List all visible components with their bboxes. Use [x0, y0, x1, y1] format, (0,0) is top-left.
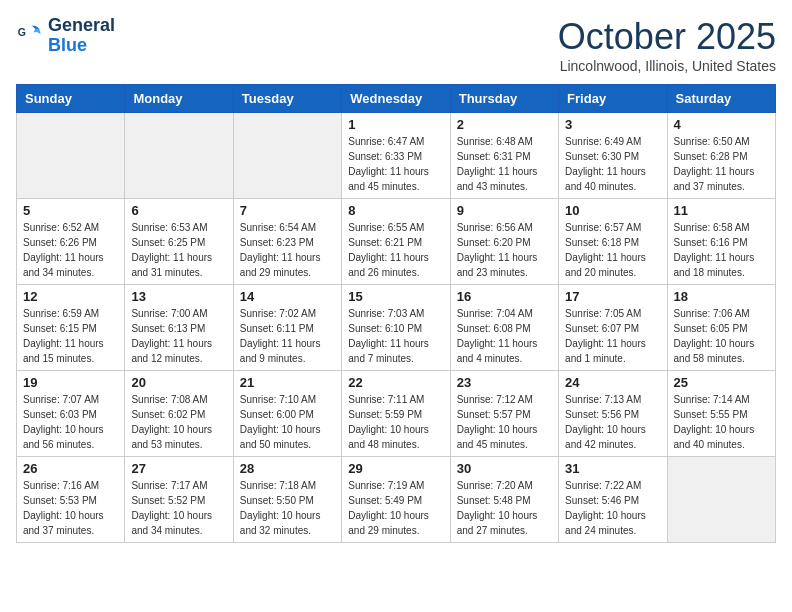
day-info: Sunrise: 6:54 AM Sunset: 6:23 PM Dayligh… [240, 220, 335, 280]
day-number: 20 [131, 375, 226, 390]
weekday-header: Friday [559, 85, 667, 113]
calendar-cell [667, 457, 775, 543]
day-info: Sunrise: 7:00 AM Sunset: 6:13 PM Dayligh… [131, 306, 226, 366]
calendar-cell [233, 113, 341, 199]
day-number: 14 [240, 289, 335, 304]
day-number: 5 [23, 203, 118, 218]
day-info: Sunrise: 6:49 AM Sunset: 6:30 PM Dayligh… [565, 134, 660, 194]
calendar-week-row: 19Sunrise: 7:07 AM Sunset: 6:03 PM Dayli… [17, 371, 776, 457]
day-info: Sunrise: 7:11 AM Sunset: 5:59 PM Dayligh… [348, 392, 443, 452]
day-number: 16 [457, 289, 552, 304]
calendar-cell: 4Sunrise: 6:50 AM Sunset: 6:28 PM Daylig… [667, 113, 775, 199]
month-title: October 2025 [558, 16, 776, 58]
day-info: Sunrise: 6:47 AM Sunset: 6:33 PM Dayligh… [348, 134, 443, 194]
calendar-cell: 15Sunrise: 7:03 AM Sunset: 6:10 PM Dayli… [342, 285, 450, 371]
day-number: 27 [131, 461, 226, 476]
day-number: 19 [23, 375, 118, 390]
day-number: 12 [23, 289, 118, 304]
page-header: G General Blue October 2025 Lincolnwood,… [16, 16, 776, 74]
day-info: Sunrise: 7:08 AM Sunset: 6:02 PM Dayligh… [131, 392, 226, 452]
calendar-week-row: 1Sunrise: 6:47 AM Sunset: 6:33 PM Daylig… [17, 113, 776, 199]
calendar-cell: 24Sunrise: 7:13 AM Sunset: 5:56 PM Dayli… [559, 371, 667, 457]
day-number: 24 [565, 375, 660, 390]
calendar-cell [17, 113, 125, 199]
calendar-cell: 30Sunrise: 7:20 AM Sunset: 5:48 PM Dayli… [450, 457, 558, 543]
day-info: Sunrise: 7:10 AM Sunset: 6:00 PM Dayligh… [240, 392, 335, 452]
day-info: Sunrise: 7:13 AM Sunset: 5:56 PM Dayligh… [565, 392, 660, 452]
day-number: 13 [131, 289, 226, 304]
calendar-cell: 8Sunrise: 6:55 AM Sunset: 6:21 PM Daylig… [342, 199, 450, 285]
calendar-cell: 26Sunrise: 7:16 AM Sunset: 5:53 PM Dayli… [17, 457, 125, 543]
day-number: 7 [240, 203, 335, 218]
calendar-cell: 9Sunrise: 6:56 AM Sunset: 6:20 PM Daylig… [450, 199, 558, 285]
day-info: Sunrise: 6:55 AM Sunset: 6:21 PM Dayligh… [348, 220, 443, 280]
day-number: 17 [565, 289, 660, 304]
weekday-header: Tuesday [233, 85, 341, 113]
calendar-table: SundayMondayTuesdayWednesdayThursdayFrid… [16, 84, 776, 543]
day-info: Sunrise: 6:57 AM Sunset: 6:18 PM Dayligh… [565, 220, 660, 280]
day-info: Sunrise: 7:07 AM Sunset: 6:03 PM Dayligh… [23, 392, 118, 452]
day-info: Sunrise: 7:04 AM Sunset: 6:08 PM Dayligh… [457, 306, 552, 366]
calendar-cell: 19Sunrise: 7:07 AM Sunset: 6:03 PM Dayli… [17, 371, 125, 457]
calendar-cell: 18Sunrise: 7:06 AM Sunset: 6:05 PM Dayli… [667, 285, 775, 371]
day-number: 15 [348, 289, 443, 304]
calendar-week-row: 5Sunrise: 6:52 AM Sunset: 6:26 PM Daylig… [17, 199, 776, 285]
calendar-cell: 10Sunrise: 6:57 AM Sunset: 6:18 PM Dayli… [559, 199, 667, 285]
title-block: October 2025 Lincolnwood, Illinois, Unit… [558, 16, 776, 74]
day-number: 2 [457, 117, 552, 132]
calendar-week-row: 26Sunrise: 7:16 AM Sunset: 5:53 PM Dayli… [17, 457, 776, 543]
calendar-cell: 17Sunrise: 7:05 AM Sunset: 6:07 PM Dayli… [559, 285, 667, 371]
day-info: Sunrise: 6:48 AM Sunset: 6:31 PM Dayligh… [457, 134, 552, 194]
calendar-week-row: 12Sunrise: 6:59 AM Sunset: 6:15 PM Dayli… [17, 285, 776, 371]
day-info: Sunrise: 6:58 AM Sunset: 6:16 PM Dayligh… [674, 220, 769, 280]
day-info: Sunrise: 7:19 AM Sunset: 5:49 PM Dayligh… [348, 478, 443, 538]
location: Lincolnwood, Illinois, United States [558, 58, 776, 74]
day-info: Sunrise: 7:18 AM Sunset: 5:50 PM Dayligh… [240, 478, 335, 538]
day-info: Sunrise: 7:17 AM Sunset: 5:52 PM Dayligh… [131, 478, 226, 538]
day-info: Sunrise: 7:14 AM Sunset: 5:55 PM Dayligh… [674, 392, 769, 452]
day-info: Sunrise: 6:59 AM Sunset: 6:15 PM Dayligh… [23, 306, 118, 366]
weekday-header: Sunday [17, 85, 125, 113]
day-number: 8 [348, 203, 443, 218]
day-number: 22 [348, 375, 443, 390]
day-number: 10 [565, 203, 660, 218]
calendar-cell: 27Sunrise: 7:17 AM Sunset: 5:52 PM Dayli… [125, 457, 233, 543]
calendar-cell: 12Sunrise: 6:59 AM Sunset: 6:15 PM Dayli… [17, 285, 125, 371]
calendar-cell: 16Sunrise: 7:04 AM Sunset: 6:08 PM Dayli… [450, 285, 558, 371]
calendar-cell: 21Sunrise: 7:10 AM Sunset: 6:00 PM Dayli… [233, 371, 341, 457]
day-number: 3 [565, 117, 660, 132]
calendar-cell: 13Sunrise: 7:00 AM Sunset: 6:13 PM Dayli… [125, 285, 233, 371]
day-number: 30 [457, 461, 552, 476]
day-info: Sunrise: 6:56 AM Sunset: 6:20 PM Dayligh… [457, 220, 552, 280]
logo-text: General Blue [48, 16, 115, 56]
day-number: 4 [674, 117, 769, 132]
day-number: 31 [565, 461, 660, 476]
day-number: 26 [23, 461, 118, 476]
day-info: Sunrise: 7:16 AM Sunset: 5:53 PM Dayligh… [23, 478, 118, 538]
day-info: Sunrise: 7:20 AM Sunset: 5:48 PM Dayligh… [457, 478, 552, 538]
calendar-cell: 3Sunrise: 6:49 AM Sunset: 6:30 PM Daylig… [559, 113, 667, 199]
calendar-cell: 14Sunrise: 7:02 AM Sunset: 6:11 PM Dayli… [233, 285, 341, 371]
calendar-cell: 23Sunrise: 7:12 AM Sunset: 5:57 PM Dayli… [450, 371, 558, 457]
day-number: 23 [457, 375, 552, 390]
day-number: 6 [131, 203, 226, 218]
day-info: Sunrise: 7:02 AM Sunset: 6:11 PM Dayligh… [240, 306, 335, 366]
calendar-cell: 20Sunrise: 7:08 AM Sunset: 6:02 PM Dayli… [125, 371, 233, 457]
day-number: 21 [240, 375, 335, 390]
day-info: Sunrise: 7:05 AM Sunset: 6:07 PM Dayligh… [565, 306, 660, 366]
day-number: 18 [674, 289, 769, 304]
calendar-cell: 29Sunrise: 7:19 AM Sunset: 5:49 PM Dayli… [342, 457, 450, 543]
weekday-header: Thursday [450, 85, 558, 113]
weekday-header-row: SundayMondayTuesdayWednesdayThursdayFrid… [17, 85, 776, 113]
calendar-cell: 5Sunrise: 6:52 AM Sunset: 6:26 PM Daylig… [17, 199, 125, 285]
weekday-header: Wednesday [342, 85, 450, 113]
day-number: 28 [240, 461, 335, 476]
calendar-cell: 11Sunrise: 6:58 AM Sunset: 6:16 PM Dayli… [667, 199, 775, 285]
calendar-cell: 25Sunrise: 7:14 AM Sunset: 5:55 PM Dayli… [667, 371, 775, 457]
calendar-cell: 2Sunrise: 6:48 AM Sunset: 6:31 PM Daylig… [450, 113, 558, 199]
calendar-cell: 28Sunrise: 7:18 AM Sunset: 5:50 PM Dayli… [233, 457, 341, 543]
day-info: Sunrise: 7:22 AM Sunset: 5:46 PM Dayligh… [565, 478, 660, 538]
day-number: 9 [457, 203, 552, 218]
day-number: 25 [674, 375, 769, 390]
day-number: 1 [348, 117, 443, 132]
